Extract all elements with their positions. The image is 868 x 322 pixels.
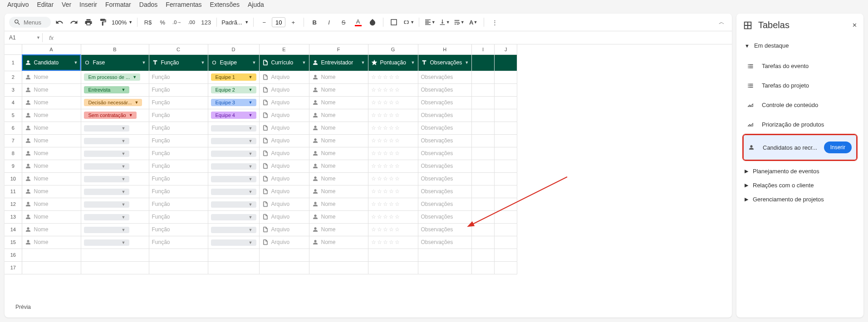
cell-pontuacao[interactable]: ☆☆☆☆☆	[368, 223, 418, 236]
cell-entrevistador[interactable]: Nome	[309, 210, 368, 223]
more-button[interactable]: ⋮	[489, 16, 500, 28]
cell-equipe[interactable]: ▼	[208, 185, 259, 198]
table-header-cell[interactable]: Fase▼	[81, 54, 149, 71]
table-header-cell[interactable]: Candidato▼	[22, 54, 81, 71]
cell-fase[interactable]: ▼	[81, 210, 149, 223]
row-header[interactable]: 7	[5, 134, 22, 147]
cell-equipe[interactable]: ▼	[208, 160, 259, 172]
row-header[interactable]: 16	[5, 249, 22, 261]
decrease-decimal-button[interactable]: .0→	[171, 16, 183, 28]
zoom-select[interactable]: 100% ▼	[112, 19, 132, 26]
menu-extensões[interactable]: Extensões	[210, 1, 240, 8]
cell-curriculo[interactable]: Arquivo	[259, 83, 309, 96]
table-header-cell[interactable]: Função▼	[149, 54, 208, 71]
text-color-button[interactable]: A	[352, 16, 364, 28]
cell-curriculo[interactable]: Arquivo	[259, 160, 309, 172]
empty-cell[interactable]	[472, 261, 495, 274]
cell-equipe[interactable]: ▼	[208, 122, 259, 134]
category-section[interactable]: ▶Relações com o cliente	[743, 178, 857, 192]
cell-entrevistador[interactable]: Nome	[309, 185, 368, 198]
menu-editar[interactable]: Editar	[37, 1, 54, 8]
cell-pontuacao[interactable]: ☆☆☆☆☆	[368, 134, 418, 147]
cell-fase[interactable]: ▼	[81, 160, 149, 172]
col-header-H[interactable]: H	[418, 44, 472, 54]
cell-pontuacao[interactable]: ☆☆☆☆☆	[368, 71, 418, 83]
empty-cell[interactable]	[368, 249, 418, 261]
wrap-button[interactable]: ▼	[453, 16, 465, 28]
cell-pontuacao[interactable]: ☆☆☆☆☆	[368, 160, 418, 172]
cell-pontuacao[interactable]: ☆☆☆☆☆	[368, 210, 418, 223]
empty-cell[interactable]	[495, 261, 517, 274]
cell-funcao[interactable]: Função	[149, 134, 208, 147]
row-header[interactable]: 1	[5, 54, 22, 71]
col-header-E[interactable]: E	[259, 44, 309, 54]
cell-fase[interactable]: ▼	[81, 134, 149, 147]
category-section[interactable]: ▶Gerenciamento de projetos	[743, 192, 857, 206]
cell-entrevistador[interactable]: Nome	[309, 223, 368, 236]
empty-cell[interactable]	[259, 261, 309, 274]
decrease-font-button[interactable]: −	[258, 16, 270, 28]
cell-obs[interactable]: Observações	[418, 210, 472, 223]
cell-fase[interactable]: Sem contratação▼	[81, 109, 149, 122]
empty-cell[interactable]	[418, 261, 472, 274]
cell-obs[interactable]: Observações	[418, 185, 472, 198]
template-item[interactable]: Priorização de produtos	[743, 115, 857, 134]
grid[interactable]: ABCDEFGHIJ1Candidato▼Fase▼Função▼Equipe▼…	[5, 44, 732, 317]
col-header-I[interactable]: I	[472, 44, 495, 54]
row-header[interactable]: 10	[5, 172, 22, 185]
table-header-cell[interactable]: Equipe▼	[208, 54, 259, 71]
cell-curriculo[interactable]: Arquivo	[259, 134, 309, 147]
cell-fase[interactable]: Entrevista▼	[81, 83, 149, 96]
table-header-cell[interactable]: Currículo▼	[259, 54, 309, 71]
empty-cell[interactable]	[472, 249, 495, 261]
row-header[interactable]: 14	[5, 223, 22, 236]
cell-funcao[interactable]: Função	[149, 83, 208, 96]
cell-funcao[interactable]: Função	[149, 147, 208, 160]
cell-fase[interactable]: ▼	[81, 198, 149, 210]
cell-equipe[interactable]: ▼	[208, 147, 259, 160]
row-header[interactable]: 11	[5, 185, 22, 198]
cell-fase[interactable]: ▼	[81, 236, 149, 249]
redo-button[interactable]	[68, 16, 80, 28]
percent-button[interactable]: %	[157, 16, 168, 28]
cell-entrevistador[interactable]: Nome	[309, 147, 368, 160]
cell-obs[interactable]: Observações	[418, 122, 472, 134]
paint-format-button[interactable]	[97, 16, 109, 28]
col-header-D[interactable]: D	[208, 44, 259, 54]
cell-funcao[interactable]: Função	[149, 236, 208, 249]
cell-fase[interactable]: ▼	[81, 172, 149, 185]
cell-candidato[interactable]: Nome	[22, 160, 81, 172]
empty-cell[interactable]	[368, 261, 418, 274]
search-input[interactable]	[24, 19, 46, 26]
borders-button[interactable]	[388, 16, 400, 28]
close-panel-button[interactable]: ✕	[852, 22, 857, 29]
cell-fase[interactable]: Decisão necessár...▼	[81, 96, 149, 109]
empty-cell[interactable]	[22, 249, 81, 261]
cell-entrevistador[interactable]: Nome	[309, 71, 368, 83]
menu-ajuda[interactable]: Ajuda	[248, 1, 264, 8]
formula-bar[interactable]	[58, 34, 727, 41]
cell-funcao[interactable]: Função	[149, 122, 208, 134]
cell-equipe[interactable]: Equipe 3▼	[208, 96, 259, 109]
row-header[interactable]: 9	[5, 160, 22, 172]
fill-color-button[interactable]	[367, 16, 378, 28]
empty-cell[interactable]	[259, 249, 309, 261]
empty-cell[interactable]	[149, 261, 208, 274]
cell-pontuacao[interactable]: ☆☆☆☆☆	[368, 236, 418, 249]
cell-pontuacao[interactable]: ☆☆☆☆☆	[368, 185, 418, 198]
cell-equipe[interactable]: ▼	[208, 134, 259, 147]
cell-funcao[interactable]: Função	[149, 198, 208, 210]
cell-curriculo[interactable]: Arquivo	[259, 210, 309, 223]
cell-obs[interactable]: Observações	[418, 109, 472, 122]
cell-equipe[interactable]: Equipe 4▼	[208, 109, 259, 122]
collapse-toolbar-button[interactable]: ︿	[716, 16, 727, 28]
cell-funcao[interactable]: Função	[149, 160, 208, 172]
rotate-button[interactable]: A▼	[467, 16, 479, 28]
featured-section[interactable]: ▼ Em destaque	[743, 39, 857, 53]
cell-candidato[interactable]: Nome	[22, 83, 81, 96]
print-button[interactable]	[83, 16, 94, 28]
cell-entrevistador[interactable]: Nome	[309, 236, 368, 249]
cell-obs[interactable]: Observações	[418, 236, 472, 249]
empty-cell[interactable]	[149, 249, 208, 261]
empty-cell[interactable]	[208, 261, 259, 274]
